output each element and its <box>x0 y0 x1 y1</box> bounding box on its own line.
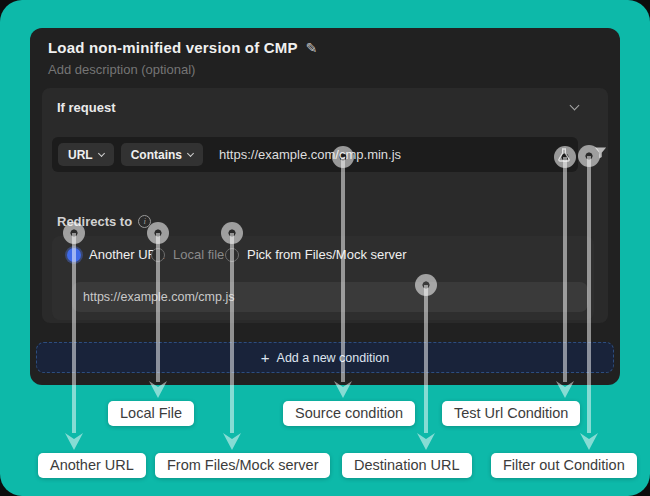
chevron-down-icon[interactable] <box>570 101 580 111</box>
radio-local-file[interactable]: Local file <box>151 247 224 262</box>
condition-row: URL Contains https://example.com/cmp.min… <box>52 137 578 172</box>
annotation-arrow-line <box>424 285 428 433</box>
if-request-label: If request <box>57 100 116 115</box>
annotation-anchor-ring <box>554 146 576 168</box>
annotation-label: Destination URL <box>342 453 472 478</box>
annotation-anchor-ring <box>332 146 354 168</box>
annotation-arrow-line <box>341 157 345 382</box>
annotation-arrow-line <box>72 233 76 433</box>
annotation-arrowhead <box>580 433 598 450</box>
page-title: Load non-minified version of CMP <box>48 39 298 56</box>
condition-operator-value: Contains <box>131 148 182 162</box>
annotation-anchor-ring <box>63 222 85 244</box>
source-url-input[interactable]: https://example.com/cmp.min.js <box>219 147 401 162</box>
annotation-label: From Files/Mock server <box>155 453 330 478</box>
radio-pick-from-files[interactable]: Pick from Files/Mock server <box>225 247 407 262</box>
annotation-anchor-ring <box>221 222 243 244</box>
add-condition-label: Add a new condition <box>277 351 390 365</box>
annotation-anchor-ring <box>147 222 169 244</box>
annotation-arrowhead <box>223 433 241 450</box>
annotation-label: Filter out Condition <box>491 453 637 478</box>
chevron-down-icon <box>98 149 105 156</box>
radio-another-url[interactable]: Another URL <box>67 247 164 262</box>
condition-operator-dropdown[interactable]: Contains <box>121 143 203 166</box>
annotation-anchor-ring <box>415 274 437 296</box>
annotation-arrowhead <box>65 433 83 450</box>
annotation-arrow-line <box>587 156 591 433</box>
pencil-edit-icon[interactable]: ✎ <box>306 40 318 56</box>
annotation-anchor-ring <box>578 145 600 167</box>
annotation-arrow-line <box>156 233 160 382</box>
annotation-label: Local File <box>108 401 194 426</box>
annotated-screenshot-canvas: Load non-minified version of CMP ✎ Add d… <box>0 0 650 496</box>
if-request-section: If request URL Contains https://example.… <box>42 88 608 323</box>
radio-label: Pick from Files/Mock server <box>247 247 407 262</box>
annotation-label: Source condition <box>283 401 415 426</box>
annotation-arrow-line <box>230 233 234 433</box>
rule-editor-panel: Load non-minified version of CMP ✎ Add d… <box>30 28 620 385</box>
annotation-label: Test Url Condition <box>442 401 580 426</box>
annotation-label: Another URL <box>38 453 146 478</box>
redirect-destination-pane: Another URL Local file Pick from Files/M… <box>52 236 594 320</box>
condition-key-dropdown[interactable]: URL <box>58 143 114 166</box>
plus-icon: + <box>261 349 270 366</box>
chevron-down-icon <box>187 149 194 156</box>
description-placeholder[interactable]: Add description (optional) <box>48 62 195 77</box>
destination-url-input[interactable]: https://example.com/cmp.js <box>72 282 588 312</box>
annotation-arrowhead <box>417 433 435 450</box>
annotation-arrow-line <box>563 157 567 382</box>
add-condition-button[interactable]: + Add a new condition <box>36 342 614 373</box>
condition-key-value: URL <box>68 148 93 162</box>
radio-label: Local file <box>173 247 224 262</box>
